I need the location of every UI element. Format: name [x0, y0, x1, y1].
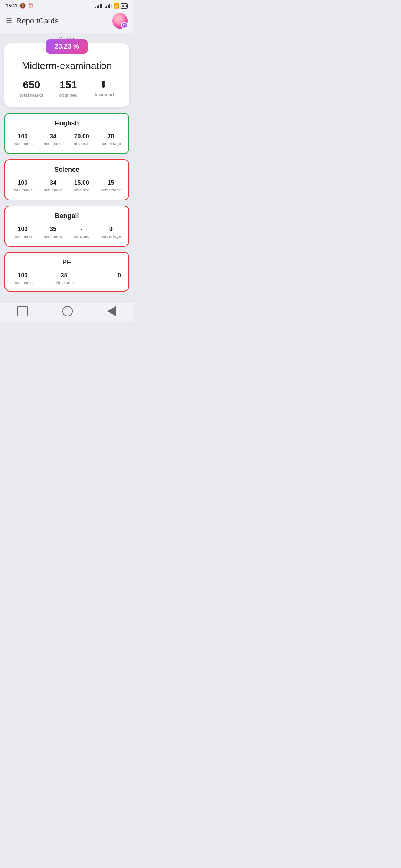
avatar-container[interactable]: +1 [112, 13, 128, 29]
max-marks-stat: 100 max marks [13, 133, 33, 146]
pe-percentage: 0 [118, 272, 121, 285]
percentage-value: 70 [101, 133, 121, 140]
subject-stats-bengali: 100 max marks 35 min marks - obtained 0 … [13, 226, 121, 239]
min-marks-value: 35 [44, 226, 63, 233]
status-bar: 15:31 🔕 ⏰ 📶 36 [0, 0, 134, 10]
menu-icon[interactable]: ☰ [6, 17, 12, 25]
summary-stats: 650 total marks 151 obtained ⬇ download [12, 79, 122, 98]
obtained-marks-stat: 151 obtained [59, 79, 78, 98]
max-marks-stat: 100 max marks [13, 226, 33, 239]
obtained-stat: 15.00 obtained [74, 180, 89, 192]
max-marks-value: 100 [13, 180, 33, 186]
total-marks-label: total marks [20, 92, 43, 98]
main-content: Kumar 23.23 % Midterm-examination 650 to… [0, 33, 134, 301]
percentage-stat: 0 percentage [101, 226, 121, 239]
subject-stats-science: 100 max marks 34 min marks 15.00 obtaine… [13, 180, 121, 192]
pe-subject-name: PE [13, 259, 121, 266]
percentage-badge: 23.23 % [46, 39, 88, 54]
pe-partial-stats: 100 max marks 35 min marks 0 [13, 272, 121, 285]
battery-indicator: 36 [121, 3, 128, 9]
subject-stats-english: 100 max marks 34 min marks 70.00 obtaine… [13, 133, 121, 146]
pe-min-marks-value: 35 [55, 272, 74, 279]
header-left: ☰ ReportCards [6, 17, 58, 25]
min-marks-stat: 34 min marks [44, 180, 63, 192]
obtained-marks-value: 151 [59, 79, 78, 91]
max-marks-value: 100 [13, 133, 33, 140]
percentage-value: 0 [101, 226, 121, 233]
pe-min-marks: 35 min marks [55, 272, 74, 285]
total-marks-stat: 650 total marks [20, 79, 43, 98]
summary-card: 23.23 % Midterm-examination 650 total ma… [4, 43, 129, 107]
subject-name-english: English [13, 119, 121, 127]
download-icon: ⬇ [93, 79, 114, 91]
percentage-stat: 70 percentage [101, 133, 121, 146]
pe-max-marks-value: 100 [13, 272, 33, 279]
max-marks-value: 100 [13, 226, 33, 233]
signal-bars-1 [95, 4, 102, 8]
pe-percentage-value: 0 [118, 272, 121, 279]
pe-max-marks: 100 max marks [13, 272, 33, 285]
nav-square-button[interactable] [17, 306, 28, 316]
signal-bars-2 [105, 4, 112, 8]
nav-back-button[interactable] [107, 306, 116, 316]
obtained-stat: 70.00 obtained [74, 133, 89, 146]
download-label: download [93, 92, 114, 98]
download-stat[interactable]: ⬇ download [93, 79, 114, 98]
obtained-value: 70.00 [74, 133, 89, 140]
subject-cards-container: English 100 max marks 34 min marks 70.00… [4, 113, 129, 247]
time-display: 15:31 [6, 3, 17, 9]
app-title: ReportCards [16, 17, 58, 25]
percentage-stat: 15 percentage [101, 180, 121, 192]
subject-name-bengali: Bengali [13, 212, 121, 220]
nav-circle-button[interactable] [62, 306, 73, 316]
total-marks-value: 650 [20, 79, 43, 91]
battery-level: 36 [122, 4, 125, 8]
obtained-value: 15.00 [74, 180, 89, 186]
percentage-value: 15 [101, 180, 121, 186]
subject-name-science: Science [13, 166, 121, 174]
obtained-stat: - obtained [74, 226, 89, 239]
bottom-nav [0, 301, 134, 322]
status-right: 📶 36 [95, 3, 128, 9]
min-marks-stat: 34 min marks [44, 133, 63, 146]
status-left: 15:31 🔕 ⏰ [6, 3, 33, 9]
max-marks-stat: 100 max marks [13, 180, 33, 192]
pe-card-partial: PE 100 max marks 35 min marks 0 [4, 252, 129, 292]
obtained-marks-label: obtained [59, 92, 78, 98]
exam-title: Midterm-examination [12, 60, 122, 72]
min-marks-value: 34 [44, 180, 63, 186]
mute-icon: 🔕 [20, 3, 26, 9]
subject-card-english: English 100 max marks 34 min marks 70.00… [4, 113, 129, 154]
min-marks-value: 34 [44, 133, 63, 140]
min-marks-stat: 35 min marks [44, 226, 63, 239]
obtained-value: - [74, 226, 89, 233]
avatar-badge: +1 [121, 22, 128, 29]
wifi-icon: 📶 [113, 3, 119, 9]
alarm-icon: ⏰ [28, 3, 33, 9]
subject-card-bengali: Bengali 100 max marks 35 min marks - obt… [4, 206, 129, 247]
app-header: ☰ ReportCards +1 [0, 10, 134, 33]
subject-card-science: Science 100 max marks 34 min marks 15.00… [4, 159, 129, 200]
